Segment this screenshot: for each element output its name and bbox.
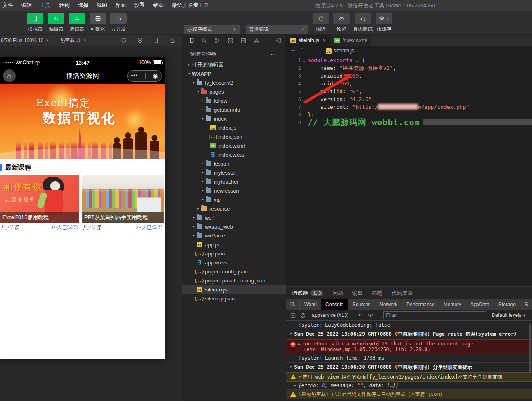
eye-icon[interactable]: [367, 312, 374, 318]
log-error[interactable]: ✕▶routeDone with a webviewId 25 that is …: [286, 339, 532, 354]
back-icon[interactable]: ←: [308, 47, 314, 54]
exit-icon[interactable]: ◉: [153, 72, 158, 80]
mode-button-调试器[interactable]: 调试器: [68, 13, 86, 33]
tree-item-we7[interactable]: ▸we7: [182, 213, 286, 222]
panel-tab-调试器[interactable]: 调试器1, 3: [292, 289, 323, 297]
branch-icon[interactable]: [214, 38, 220, 44]
devtools-tab-Performance[interactable]: Performance: [402, 299, 439, 310]
tree-item-index.wxss[interactable]: ∃index.wxss: [182, 150, 286, 159]
menu-item-编辑[interactable]: 编辑: [17, 0, 36, 11]
banner-image[interactable]: Excel搞定 数据可视化: [0, 84, 165, 159]
tree-item-wxParse[interactable]: ▸wxParse: [182, 231, 286, 240]
tree-item-app.js[interactable]: JSapp.js: [182, 240, 286, 249]
tree-item-app.wxss[interactable]: ∃app.wxss: [182, 258, 286, 267]
code-area[interactable]: 1⌄module.exports = {2 name: "播播资源 微课堂V2"…: [286, 56, 532, 126]
devtools-tab-Network[interactable]: Network: [375, 299, 402, 310]
console-scrollbar[interactable]: [529, 324, 531, 373]
panel-tab-终端[interactable]: 终端: [372, 289, 382, 297]
tree-item-getuserinfo[interactable]: ▸getuserinfo: [182, 105, 286, 114]
tree-item-project.config.json[interactable]: {..}project.config.json: [182, 267, 286, 276]
devtools-tab-Sources[interactable]: Sources: [348, 299, 375, 310]
course-card[interactable]: 相伴有你 志愿者服务 Excel2016使用教程 共2节课 19人已学习: [0, 175, 79, 233]
search-icon[interactable]: [201, 38, 207, 44]
more-icon[interactable]: •••: [131, 72, 138, 78]
bookmark-icon[interactable]: [299, 48, 305, 54]
tab-siteinfo.js[interactable]: JSsiteinfo.js×: [286, 35, 330, 46]
log-object[interactable]: ▶{errno: 0, message: "", data: {…}}: [286, 382, 532, 390]
record-icon[interactable]: [137, 37, 143, 43]
outline-icon[interactable]: [290, 48, 296, 54]
tree-item-sitemap.json[interactable]: {..}sitemap.json: [182, 294, 286, 303]
log-group[interactable]: ▼Sun Dec 25 2022 13:06:29 GMT+0800 (中国标准…: [286, 329, 532, 339]
tree-item-index.json[interactable]: {..}index.json: [182, 132, 286, 141]
panel-tab-代码质量[interactable]: 代码质量: [391, 289, 413, 297]
tree-item-project.private.config.json[interactable]: {..}project.private.config.json: [182, 276, 286, 285]
log-warning[interactable]: [自动热重载] 已开启代码文件保存后自动热重载（不支持 json）: [286, 390, 532, 399]
tree-item-打开的编辑器[interactable]: ▸打开的编辑器: [182, 60, 286, 69]
tree-item-siteinfo.js[interactable]: JSsiteinfo.js: [182, 285, 286, 294]
tree-item-vip[interactable]: ▸vip: [182, 195, 286, 204]
mode-select[interactable]: 小程序模式 ▼: [184, 25, 240, 34]
devtools-tab-AppData[interactable]: AppData: [466, 299, 494, 310]
menu-item-工具[interactable]: 工具: [36, 0, 55, 11]
tree-item-wxapp_web[interactable]: ▸wxapp_web: [182, 222, 286, 231]
menu-item-界面[interactable]: 界面: [111, 0, 130, 11]
tree-item-lesson[interactable]: ▸lesson: [182, 159, 286, 168]
files-icon[interactable]: [188, 38, 194, 44]
action-button-真机调试[interactable]: 真机调试: [353, 13, 373, 33]
menu-item-选择[interactable]: 选择: [74, 0, 92, 11]
mode-button-可视化[interactable]: 可视化: [89, 13, 107, 33]
tree-item-fy_lessonv2[interactable]: ▾fy_lessonv2: [182, 78, 286, 87]
course-card[interactable]: PPT从菜鸟到高手实用教程 共2节课 23人已学习: [82, 175, 164, 233]
more-actions-icon[interactable]: ···: [270, 51, 277, 57]
tree-item-myteacher[interactable]: ▸myteacher: [182, 177, 286, 186]
windows-icon[interactable]: [170, 37, 176, 43]
devtools-tab-S[interactable]: S: [520, 299, 532, 310]
mode-button-模拟器[interactable]: 模拟器: [26, 13, 44, 33]
log-group[interactable]: ▼Sun Dec 25 2022 13:06:30 GMT+0800 (中国标准…: [286, 363, 532, 372]
layout-icon[interactable]: [240, 38, 247, 44]
menu-item-帮助[interactable]: 帮助: [149, 0, 168, 11]
device-selector[interactable]: 6/7/8 Plus 100% 16: [1, 38, 43, 43]
tree-item-newlesson[interactable]: ▸newlesson: [182, 186, 286, 195]
clear-console-icon[interactable]: [300, 312, 306, 318]
console-prompt[interactable]: ›: [286, 399, 532, 401]
devtools-tab-Storage[interactable]: Storage: [494, 299, 520, 310]
tree-item-resource[interactable]: ▸resource: [182, 204, 286, 213]
tab-index.wxml[interactable]: <>index.wxml: [330, 35, 371, 46]
tree-item-index.js[interactable]: JSindex.js: [182, 123, 286, 132]
action-button-预览[interactable]: 预览: [332, 13, 350, 33]
tree-item-app.json[interactable]: {..}app.json: [182, 249, 286, 258]
close-icon[interactable]: ×: [323, 38, 326, 43]
menu-item-微信开发者工具[interactable]: 微信开发者工具: [168, 0, 213, 11]
collapse-sidebar-icon[interactable]: [276, 38, 281, 43]
action-button-编译[interactable]: 编译: [312, 13, 330, 33]
menu-item-转到[interactable]: 转到: [55, 0, 74, 11]
inspect-element-icon[interactable]: [286, 299, 300, 310]
sidebar-toggle-icon[interactable]: [290, 312, 296, 318]
whale-icon[interactable]: [254, 38, 260, 44]
action-button-清缓存[interactable]: ▼清缓存: [375, 13, 393, 33]
mode-button-云开发[interactable]: 云开发: [110, 13, 128, 33]
tree-item-WXAPP[interactable]: ▾WXAPP: [182, 69, 286, 78]
devtools-tab-Console[interactable]: Console: [321, 299, 348, 310]
blocks-icon[interactable]: [227, 38, 233, 44]
hot-reload-toggle[interactable]: 热重载 开: [60, 37, 81, 44]
menu-item-设置[interactable]: 设置: [130, 0, 149, 11]
mode-button-编辑器[interactable]: 编辑器: [47, 13, 65, 33]
phoneo-icon[interactable]: [153, 37, 159, 43]
panel-tab-输出[interactable]: 输出: [352, 289, 363, 297]
tree-item-index.wxml[interactable]: <>index.wxml: [182, 141, 286, 150]
breadcrumb-file[interactable]: JS siteinfo.js › ...: [326, 48, 363, 54]
tree-item-mylesson[interactable]: ▸mylesson: [182, 168, 286, 177]
log-warning[interactable]: ▶使用 web-view 组件的页面[fy_lessonv2/pages/ind…: [286, 372, 532, 382]
capsule-menu[interactable]: ••• ◉: [127, 70, 162, 82]
filter-input[interactable]: [383, 311, 486, 319]
tree-item-index[interactable]: ▾index: [182, 114, 286, 123]
tree-item-pages[interactable]: ▾pages: [182, 87, 286, 96]
compile-select[interactable]: 普通编译 ▼: [246, 25, 308, 34]
fold-icon[interactable]: ⌄: [301, 58, 308, 63]
devtools-tab-Wxml[interactable]: Wxml: [300, 299, 321, 310]
log-levels-select[interactable]: Default levels ▼: [492, 312, 526, 318]
tree-item-follow[interactable]: ▸follow: [182, 96, 286, 105]
